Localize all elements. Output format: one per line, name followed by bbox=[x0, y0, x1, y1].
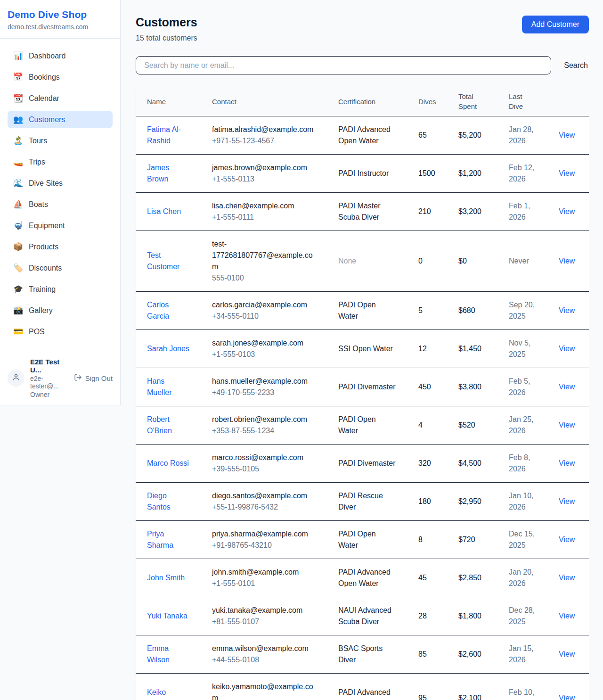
customer-name-link[interactable]: Carlos Garcia bbox=[147, 299, 189, 322]
customer-name-link[interactable]: Yuki Tanaka bbox=[147, 610, 187, 622]
customer-certification: PADI Open Water bbox=[338, 415, 376, 435]
customer-dives: 45 bbox=[418, 574, 427, 582]
customer-phone: +971-55-123-4567 bbox=[212, 135, 316, 147]
column-header-total-spent: Total Spent bbox=[447, 87, 497, 116]
table-row: James Brown james.brown@example.com +1-5… bbox=[136, 155, 589, 193]
customer-last-dive: Feb 10, 2026 bbox=[509, 688, 534, 700]
customer-email: lisa.chen@example.com bbox=[212, 200, 316, 212]
view-customer-link[interactable]: View bbox=[559, 421, 575, 429]
customer-name-link[interactable]: Test Customer bbox=[147, 250, 189, 272]
view-customer-link[interactable]: View bbox=[559, 459, 575, 467]
customer-name-link[interactable]: Emma Wilson bbox=[147, 643, 189, 666]
customer-email: diego.santos@example.com bbox=[212, 490, 316, 502]
customer-email: priya.sharma@example.com bbox=[212, 528, 316, 540]
sidebar-item-calendar[interactable]: 📆 Calendar bbox=[8, 90, 113, 107]
sidebar-item-pos[interactable]: 💳 POS bbox=[8, 323, 113, 340]
sidebar-item-dive-sites[interactable]: 🌊 Dive Sites bbox=[8, 174, 113, 192]
customer-name-link[interactable]: Priya Sharma bbox=[147, 528, 189, 551]
sidebar-item-training[interactable]: 🎓 Training bbox=[8, 280, 113, 298]
view-customer-link[interactable]: View bbox=[559, 574, 575, 582]
discounts-icon: 🏷️ bbox=[13, 263, 23, 273]
table-row: Diego Santos diego.santos@example.com +5… bbox=[136, 483, 589, 521]
sidebar-item-discounts[interactable]: 🏷️ Discounts bbox=[8, 259, 113, 277]
customer-name-link[interactable]: Keiko Yamamoto bbox=[147, 687, 189, 700]
customer-certification: PADI Open Water bbox=[338, 301, 376, 320]
calendar-icon: 📆 bbox=[13, 93, 23, 103]
customer-certification: PADI Instructor bbox=[338, 169, 389, 177]
sidebar-item-customers[interactable]: 👥 Customers bbox=[8, 111, 113, 128]
avatar bbox=[8, 370, 24, 387]
page-heading-group: Customers 15 total customers bbox=[136, 16, 197, 42]
customer-last-dive: Jan 28, 2026 bbox=[509, 125, 533, 145]
customer-phone: +39-555-0105 bbox=[212, 463, 316, 475]
customer-name-link[interactable]: Marco Rossi bbox=[147, 458, 189, 469]
customer-total-spent: $680 bbox=[458, 306, 475, 314]
table-row: Test Customer test-1772681807767@example… bbox=[136, 231, 589, 292]
customer-name-link[interactable]: Hans Mueller bbox=[147, 376, 189, 398]
sidebar-item-products[interactable]: 📦 Products bbox=[8, 238, 113, 255]
customer-dives: 95 bbox=[418, 694, 427, 700]
customer-name-link[interactable]: Lisa Chen bbox=[147, 206, 181, 217]
sidebar-item-trips[interactable]: 🚤 Trips bbox=[8, 153, 113, 171]
customer-total-spent: $4,500 bbox=[458, 459, 481, 467]
customer-certification: NAUI Advanced Scuba Diver bbox=[338, 606, 391, 626]
customer-phone: +1-555-0103 bbox=[212, 349, 316, 360]
search-button[interactable]: Search bbox=[563, 59, 589, 72]
table-row: John Smith john.smith@example.com +1-555… bbox=[136, 559, 589, 597]
column-header-contact: Contact bbox=[201, 87, 327, 116]
table-row: Carlos Garcia carlos.garcia@example.com … bbox=[136, 292, 589, 330]
customer-phone: +91-98765-43210 bbox=[212, 540, 316, 551]
sidebar-item-bookings[interactable]: 📅 Bookings bbox=[8, 68, 113, 86]
add-customer-button[interactable]: Add Customer bbox=[522, 16, 589, 33]
view-customer-link[interactable]: View bbox=[559, 612, 575, 620]
customer-total-spent: $1,800 bbox=[458, 612, 481, 620]
view-customer-link[interactable]: View bbox=[559, 169, 575, 177]
page-header: Customers 15 total customers Add Custome… bbox=[136, 16, 589, 42]
customer-last-dive: Nov 5, 2025 bbox=[509, 339, 530, 358]
view-customer-link[interactable]: View bbox=[559, 345, 575, 353]
customer-last-dive: Dec 28, 2025 bbox=[509, 606, 535, 626]
view-customer-link[interactable]: View bbox=[559, 535, 575, 544]
customer-name-link[interactable]: James Brown bbox=[147, 162, 189, 185]
training-icon: 🎓 bbox=[13, 284, 23, 294]
customer-certification: PADI Divemaster bbox=[338, 383, 396, 391]
sidebar-item-boats[interactable]: ⛵ Boats bbox=[8, 196, 113, 213]
view-customer-link[interactable]: View bbox=[559, 694, 575, 700]
sidebar: Demo Dive Shop demo.test.divestreams.com… bbox=[0, 0, 121, 405]
customer-name-link[interactable]: Sarah Jones bbox=[147, 343, 189, 354]
table-row: Keiko Yamamoto keiko.yamamoto@example.co… bbox=[136, 674, 589, 700]
view-customer-link[interactable]: View bbox=[559, 131, 575, 139]
customer-total-spent: $1,450 bbox=[458, 345, 481, 353]
customer-total-spent: $1,200 bbox=[458, 169, 481, 177]
customer-name-link[interactable]: Diego Santos bbox=[147, 490, 189, 513]
sidebar-item-tours[interactable]: 🏝️ Tours bbox=[8, 132, 113, 149]
user-role: Owner bbox=[30, 391, 68, 398]
customer-name-link[interactable]: John Smith bbox=[147, 572, 185, 584]
customer-phone: +34-555-0110 bbox=[212, 311, 316, 322]
view-customer-link[interactable]: View bbox=[559, 383, 575, 391]
customer-dives: 0 bbox=[418, 257, 423, 265]
main-content: Customers 15 total customers Add Custome… bbox=[121, 0, 603, 700]
table-header: Name Contact Certification Dives Total S… bbox=[136, 87, 589, 116]
view-customer-link[interactable]: View bbox=[559, 497, 575, 505]
view-customer-link[interactable]: View bbox=[559, 306, 575, 314]
customer-name-link[interactable]: Robert O'Brien bbox=[147, 414, 189, 436]
dive-sites-icon: 🌊 bbox=[13, 178, 23, 188]
products-icon: 📦 bbox=[13, 242, 23, 252]
customers-table-card: Name Contact Certification Dives Total S… bbox=[136, 87, 589, 700]
tours-icon: 🏝️ bbox=[13, 136, 23, 146]
view-customer-link[interactable]: View bbox=[559, 650, 575, 658]
sidebar-item-dashboard[interactable]: 📊 Dashboard bbox=[8, 47, 113, 65]
customer-total-spent: $2,600 bbox=[458, 650, 481, 658]
customer-name-link[interactable]: Fatima Al-Rashid bbox=[147, 124, 189, 147]
sidebar-item-equipment[interactable]: 🤿 Equipment bbox=[8, 217, 113, 234]
sign-out-button[interactable]: Sign Out bbox=[74, 373, 113, 383]
view-customer-link[interactable]: View bbox=[559, 207, 575, 215]
sidebar-item-gallery[interactable]: 📸 Gallery bbox=[8, 302, 113, 319]
search-input[interactable] bbox=[136, 56, 551, 74]
customer-email: emma.wilson@example.com bbox=[212, 643, 316, 654]
customer-last-dive: Feb 8, 2026 bbox=[509, 453, 530, 473]
user-icon bbox=[12, 373, 20, 383]
customer-last-dive: Jan 20, 2026 bbox=[509, 568, 533, 587]
view-customer-link[interactable]: View bbox=[559, 257, 575, 265]
